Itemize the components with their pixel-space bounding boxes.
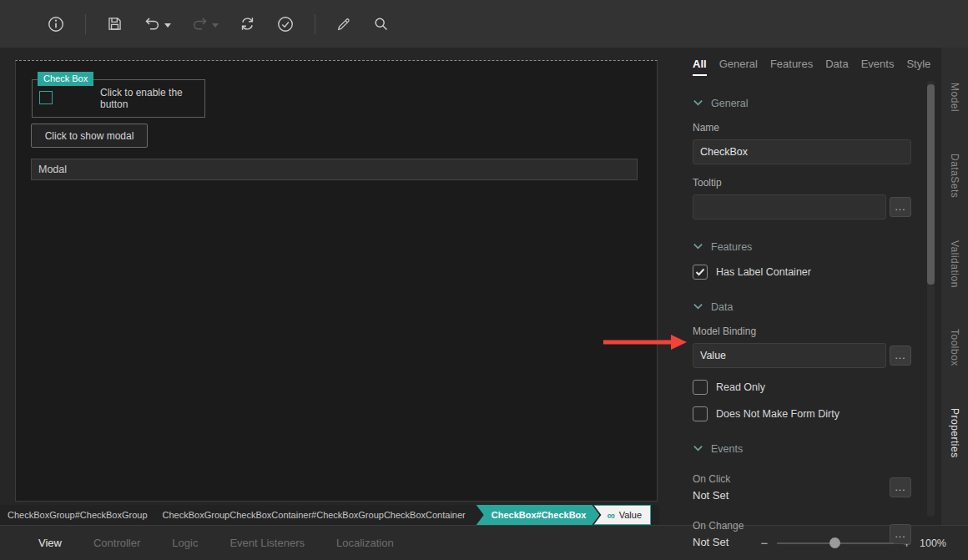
name-input[interactable] bbox=[693, 139, 911, 164]
side-tab-strip: Model DataSets Validation Toolbox Proper… bbox=[941, 48, 968, 525]
section-features-title: Features bbox=[711, 241, 752, 253]
checkbox-widget-label: Click to enable the button bbox=[100, 87, 204, 110]
properties-tabs: All General Features Data Events Style bbox=[693, 58, 911, 76]
bottom-tab-localization[interactable]: Localization bbox=[336, 537, 394, 549]
info-button[interactable] bbox=[47, 15, 65, 33]
read-only-label: Read Only bbox=[716, 381, 765, 393]
main-area: Check Box Click to enable the button Cli… bbox=[0, 48, 968, 525]
properties-panel: All General Features Data Events Style G… bbox=[659, 48, 941, 525]
side-tab-datasets[interactable]: DataSets bbox=[949, 154, 960, 198]
zoom-level: 100% bbox=[920, 537, 946, 549]
model-binding-more-button[interactable]: ... bbox=[890, 346, 911, 366]
zoom-slider[interactable] bbox=[777, 542, 894, 544]
modal-widget-header[interactable]: Modal bbox=[31, 159, 638, 180]
undo-icon bbox=[144, 15, 161, 33]
designer-column: Check Box Click to enable the button Cli… bbox=[0, 48, 659, 525]
side-tab-validation[interactable]: Validation bbox=[949, 240, 960, 288]
binding-infinity-icon: ∞ bbox=[607, 509, 614, 522]
chevron-down-icon bbox=[693, 443, 703, 455]
has-label-container-label: Has Label Container bbox=[716, 266, 811, 278]
bottom-tab-view[interactable]: View bbox=[38, 537, 62, 549]
redo-icon bbox=[191, 15, 209, 33]
checkbox-widget-badge: Check Box bbox=[38, 72, 93, 86]
breadcrumb: CheckBoxGroup#CheckBoxGroup CheckBoxGrou… bbox=[0, 505, 659, 525]
on-click-more-button[interactable]: ... bbox=[890, 477, 911, 497]
redo-button[interactable] bbox=[191, 15, 219, 33]
search-icon bbox=[372, 15, 390, 33]
design-canvas[interactable]: Check Box Click to enable the button Cli… bbox=[15, 60, 658, 502]
not-make-form-dirty-label: Does Not Make Form Dirty bbox=[716, 408, 839, 420]
breadcrumb-item-checkboxgroup[interactable]: CheckBoxGroup#CheckBoxGroup bbox=[0, 505, 155, 525]
zoom-slider-thumb[interactable] bbox=[829, 537, 840, 548]
section-general-title: General bbox=[711, 98, 748, 109]
on-click-value: Not Set bbox=[693, 489, 730, 502]
name-label: Name bbox=[693, 122, 911, 134]
chevron-down-icon bbox=[693, 241, 703, 253]
tab-events[interactable]: Events bbox=[861, 58, 895, 76]
tab-style[interactable]: Style bbox=[906, 58, 930, 76]
section-data[interactable]: Data bbox=[693, 301, 911, 313]
main-toolbar bbox=[0, 0, 968, 48]
undo-dropdown-caret[interactable] bbox=[164, 23, 171, 28]
bottom-tab-event-listeners[interactable]: Event Listeners bbox=[229, 537, 305, 549]
validate-button[interactable] bbox=[276, 15, 295, 33]
save-button[interactable] bbox=[106, 15, 124, 33]
section-events[interactable]: Events bbox=[693, 443, 911, 455]
breadcrumb-binding-chip[interactable]: ∞ Value bbox=[593, 505, 651, 525]
info-icon bbox=[47, 15, 65, 33]
redo-dropdown-caret[interactable] bbox=[212, 23, 219, 28]
chevron-down-icon bbox=[693, 301, 703, 313]
tab-features[interactable]: Features bbox=[770, 58, 813, 76]
tooltip-more-button[interactable]: ... bbox=[890, 197, 911, 217]
section-features[interactable]: Features bbox=[693, 241, 911, 253]
save-icon bbox=[106, 15, 124, 33]
section-events-title: Events bbox=[711, 443, 743, 455]
breadcrumb-item-checkbox-active[interactable]: CheckBox#CheckBox bbox=[476, 505, 600, 525]
breadcrumb-item-container[interactable]: CheckBoxGroupCheckBoxContainer#CheckBoxG… bbox=[155, 505, 473, 525]
model-binding-input[interactable] bbox=[693, 343, 886, 368]
on-change-value: Not Set bbox=[693, 536, 744, 548]
model-binding-label: Model Binding bbox=[693, 325, 911, 337]
binding-chip-label: Value bbox=[619, 510, 642, 520]
tooltip-input[interactable] bbox=[693, 194, 886, 219]
on-change-more-button[interactable]: ... bbox=[890, 524, 911, 544]
refresh-button[interactable] bbox=[239, 15, 256, 33]
app-window: Check Box Click to enable the button Cli… bbox=[0, 0, 968, 560]
section-data-title: Data bbox=[711, 301, 733, 313]
side-tab-model[interactable]: Model bbox=[949, 83, 960, 112]
search-button[interactable] bbox=[372, 15, 390, 33]
refresh-icon bbox=[239, 15, 256, 33]
edit-pencil-icon bbox=[335, 16, 352, 33]
check-circle-icon bbox=[276, 15, 295, 33]
tab-general[interactable]: General bbox=[719, 58, 758, 76]
section-general[interactable]: General bbox=[693, 98, 911, 109]
has-label-container-checkbox[interactable] bbox=[693, 265, 708, 280]
tab-data[interactable]: Data bbox=[825, 58, 848, 76]
toolbar-separator bbox=[85, 14, 86, 34]
on-change-label: On Change bbox=[693, 520, 744, 532]
edit-button[interactable] bbox=[335, 16, 352, 33]
show-modal-button[interactable]: Click to show modal bbox=[31, 124, 148, 148]
side-tab-properties[interactable]: Properties bbox=[949, 408, 960, 458]
read-only-checkbox[interactable] bbox=[693, 380, 708, 395]
properties-scrollbar-track[interactable] bbox=[927, 81, 935, 517]
tab-all[interactable]: All bbox=[693, 58, 707, 76]
on-click-label: On Click bbox=[693, 473, 730, 485]
side-tab-toolbox[interactable]: Toolbox bbox=[949, 329, 960, 366]
checkbox-widget[interactable] bbox=[39, 91, 53, 104]
not-make-form-dirty-checkbox[interactable] bbox=[693, 406, 708, 421]
chevron-down-icon bbox=[693, 98, 703, 109]
undo-button[interactable] bbox=[144, 15, 171, 33]
tooltip-label: Tooltip bbox=[693, 177, 911, 189]
check-icon bbox=[695, 265, 705, 280]
bottom-tab-controller[interactable]: Controller bbox=[93, 537, 140, 549]
bottom-tab-logic[interactable]: Logic bbox=[172, 537, 198, 549]
properties-scrollbar-thumb[interactable] bbox=[927, 84, 935, 285]
toolbar-separator bbox=[315, 14, 315, 34]
